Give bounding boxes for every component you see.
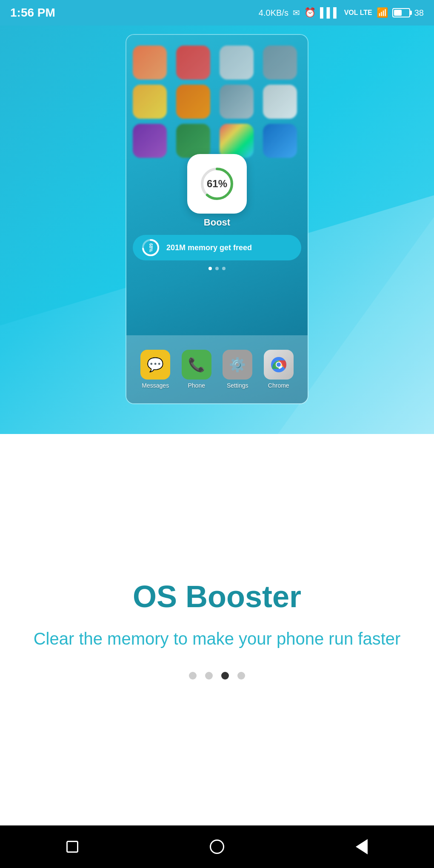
nav-circle-icon	[210, 839, 224, 854]
phone-screen: 61% Boost 68% 201M memory get freed	[126, 35, 308, 403]
bottom-section: OS Booster Clear the memory to make your…	[0, 434, 434, 825]
settings-label: Settings	[227, 382, 248, 389]
memory-percent: 68%	[148, 243, 153, 252]
app-icon-4	[263, 46, 297, 80]
signal-icon: ✉	[293, 8, 300, 18]
page-dots	[189, 672, 245, 680]
phone-dock: 💬 Messages 📞 Phone ⚙️ Settings	[126, 335, 308, 403]
app-icon-8	[263, 85, 297, 119]
battery-icon	[392, 8, 410, 17]
sub-title: Clear the memory to make your phone run …	[34, 627, 401, 651]
screen-dot-1	[208, 267, 212, 270]
status-bar: 1:56 PM 4.0KB/s ✉ ⏰ ▌▌▌ VOL LTE 📶 38	[0, 0, 434, 26]
page-dot-3[interactable]	[221, 672, 229, 680]
main-title: OS Booster	[133, 580, 301, 614]
network-speed: 4.0KB/s	[259, 8, 288, 18]
nav-bar	[0, 825, 434, 868]
app-icon-12	[263, 124, 297, 158]
nav-home-button[interactable]	[208, 838, 226, 855]
page-dot-4[interactable]	[237, 672, 245, 680]
memory-ring: 68%	[141, 238, 160, 257]
app-icon-1	[133, 46, 167, 80]
nav-square-button[interactable]	[64, 838, 81, 855]
lte-icon: VOL LTE	[344, 9, 372, 17]
chrome-label: Chrome	[268, 382, 289, 389]
dock-settings: ⚙️ Settings	[223, 350, 252, 389]
dock-phone: 📞 Phone	[182, 350, 211, 389]
status-icons: 4.0KB/s ✉ ⏰ ▌▌▌ VOL LTE 📶 38	[259, 7, 424, 18]
screen-dot-3	[222, 267, 226, 270]
app-icon-theme	[220, 124, 254, 158]
app-grid	[126, 39, 308, 164]
dock-chrome: Chrome	[264, 350, 294, 389]
nav-back-button[interactable]	[353, 838, 370, 855]
dock-messages: 💬 Messages	[140, 350, 170, 389]
phone-mockup: 61% Boost 68% 201M memory get freed	[126, 34, 308, 404]
app-icon-7	[220, 85, 254, 119]
boost-percent: 61%	[207, 178, 227, 190]
app-icon-3	[220, 46, 254, 80]
settings-icon: ⚙️	[223, 350, 252, 380]
battery-fill	[394, 10, 402, 16]
messages-label: Messages	[142, 382, 169, 389]
boost-ring: 61%	[198, 165, 236, 203]
app-icon-10	[176, 124, 210, 158]
app-icon-2	[176, 46, 210, 80]
memory-bar: 68% 201M memory get freed	[133, 235, 301, 260]
boost-widget: 61% Boost	[183, 154, 251, 228]
app-icon-5	[133, 85, 167, 119]
top-section: 61% Boost 68% 201M memory get freed	[0, 0, 434, 434]
page-dot-1[interactable]	[189, 672, 197, 680]
phone-label: Phone	[188, 382, 205, 389]
boost-label: Boost	[183, 217, 251, 228]
screen-dot-2	[215, 267, 219, 270]
battery-percent: 38	[414, 8, 424, 18]
phone-icon: 📞	[182, 350, 211, 380]
messages-icon: 💬	[140, 350, 170, 380]
boost-circle: 61%	[187, 154, 247, 214]
status-time: 1:56 PM	[10, 6, 55, 20]
signal-bars: ▌▌▌	[320, 7, 340, 18]
nav-square-icon	[66, 841, 78, 853]
screen-dots	[208, 267, 226, 270]
memory-text: 201M memory get freed	[166, 243, 252, 252]
battery-tip	[410, 11, 412, 15]
page-dot-2[interactable]	[205, 672, 213, 680]
nav-triangle-icon	[356, 839, 368, 854]
app-icon-6	[176, 85, 210, 119]
app-icon-9	[133, 124, 167, 158]
svg-point-7	[277, 363, 281, 367]
chrome-icon	[264, 350, 294, 380]
wifi-icon: 📶	[377, 7, 388, 18]
alarm-icon: ⏰	[304, 7, 316, 18]
